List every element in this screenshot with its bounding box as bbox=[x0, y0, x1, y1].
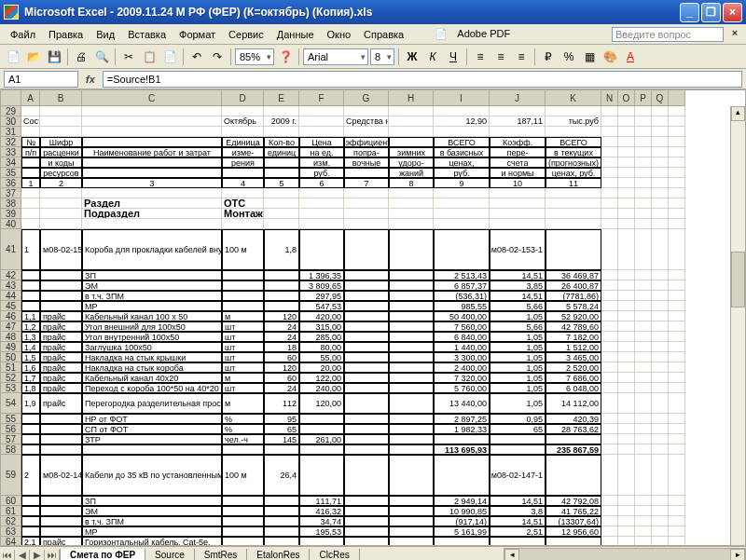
bold-icon[interactable]: Ж bbox=[403, 48, 421, 66]
font-combo[interactable]: Arial bbox=[303, 48, 368, 65]
tab-last-icon[interactable]: ⏭ bbox=[45, 550, 60, 560]
scroll-thumb[interactable] bbox=[519, 549, 730, 561]
vertical-scrollbar[interactable]: ▴ bbox=[730, 106, 745, 545]
excel-icon bbox=[4, 5, 19, 20]
workbook-close-button[interactable]: × bbox=[727, 27, 742, 42]
menu-format[interactable]: Формат bbox=[173, 27, 222, 42]
zoom-combo[interactable]: 85% bbox=[235, 48, 274, 65]
cut-icon[interactable]: ✂ bbox=[119, 48, 138, 66]
italic-icon[interactable]: К bbox=[423, 48, 442, 66]
sheet-tab-active[interactable]: Смета по ФЕР bbox=[60, 549, 145, 561]
tab-prev-icon[interactable]: ◀ bbox=[15, 550, 30, 560]
preview-icon[interactable]: 🔍 bbox=[92, 48, 111, 66]
name-box[interactable] bbox=[4, 71, 78, 88]
sheet-tab[interactable]: ClcRes bbox=[309, 549, 359, 561]
copy-icon[interactable]: 📋 bbox=[140, 48, 159, 66]
menu-insert[interactable]: Вставка bbox=[121, 27, 173, 42]
window-title: Microsoft Excel - 2009.11.24 М РФ (ФЕР) … bbox=[24, 6, 680, 19]
fillcolor-icon[interactable]: 🎨 bbox=[601, 48, 619, 66]
borders-icon[interactable]: ▦ bbox=[580, 48, 599, 66]
maximize-button[interactable]: ❐ bbox=[701, 3, 721, 22]
tab-next-icon[interactable]: ▶ bbox=[30, 550, 45, 560]
help-question-input[interactable] bbox=[612, 27, 724, 42]
currency-icon[interactable]: ₽ bbox=[539, 48, 558, 66]
scroll-right-icon[interactable]: ▸ bbox=[730, 549, 745, 561]
tab-first-icon[interactable]: ⏮ bbox=[0, 550, 15, 560]
menu-data[interactable]: Данные bbox=[270, 27, 321, 42]
menu-view[interactable]: Вид bbox=[90, 27, 121, 42]
fontsize-combo[interactable]: 8 bbox=[370, 48, 394, 65]
fx-icon[interactable]: fx bbox=[82, 74, 99, 85]
menu-adobe-pdf[interactable]: 📄 Adobe PDF bbox=[429, 26, 522, 42]
fontcolor-icon[interactable]: A bbox=[621, 48, 640, 66]
menu-window[interactable]: Окно bbox=[321, 27, 358, 42]
menu-edit[interactable]: Правка bbox=[42, 27, 90, 42]
sheet-tab[interactable]: Source bbox=[145, 549, 195, 561]
save-icon[interactable]: 💾 bbox=[45, 48, 63, 66]
sheet-tab[interactable]: EtalonRes bbox=[246, 549, 310, 561]
percent-icon[interactable]: % bbox=[560, 48, 578, 66]
menu-help[interactable]: Справка bbox=[357, 27, 410, 42]
formula-bar: fx bbox=[0, 69, 746, 89]
print-icon[interactable]: 🖨 bbox=[72, 48, 90, 66]
scroll-left-icon[interactable]: ◂ bbox=[504, 549, 519, 561]
sheet-tab[interactable]: SmtRes bbox=[194, 549, 248, 561]
align-right-icon[interactable]: ≡ bbox=[512, 48, 531, 66]
menu-file[interactable]: Файл bbox=[4, 27, 42, 42]
open-icon[interactable]: 📂 bbox=[24, 48, 43, 66]
spreadsheet-grid[interactable]: ABCDEFGHIJKNOPQ2930Составлен(а) в уровне… bbox=[0, 89, 746, 546]
help-icon[interactable]: ❓ bbox=[276, 48, 295, 66]
close-button[interactable]: × bbox=[723, 3, 742, 22]
menubar: Файл Правка Вид Вставка Формат Сервис Да… bbox=[0, 24, 746, 45]
align-left-icon[interactable]: ≡ bbox=[471, 48, 490, 66]
scroll-up-icon[interactable]: ▴ bbox=[731, 106, 745, 121]
underline-icon[interactable]: Ч bbox=[444, 48, 463, 66]
align-center-icon[interactable]: ≡ bbox=[491, 48, 510, 66]
redo-icon[interactable]: ↷ bbox=[208, 48, 227, 66]
paste-icon[interactable]: 📄 bbox=[160, 48, 179, 66]
formula-input[interactable] bbox=[103, 71, 742, 88]
undo-icon[interactable]: ↶ bbox=[187, 48, 206, 66]
menu-tools[interactable]: Сервис bbox=[222, 27, 270, 42]
minimize-button[interactable]: _ bbox=[680, 3, 699, 22]
titlebar: Microsoft Excel - 2009.11.24 М РФ (ФЕР) … bbox=[0, 0, 746, 24]
horizontal-scrollbar[interactable]: ◂ ▸ bbox=[504, 548, 746, 561]
sheet-tabbar: ⏮ ◀ ▶ ⏭ Смета по ФЕР Source SmtRes Etalo… bbox=[0, 546, 746, 560]
standard-toolbar: 📄 📂 💾 🖨 🔍 ✂ 📋 📄 ↶ ↷ 85% ❓ Arial 8 Ж К Ч … bbox=[0, 45, 746, 69]
new-icon[interactable]: 📄 bbox=[4, 48, 22, 66]
scroll-thumb[interactable] bbox=[731, 252, 745, 307]
